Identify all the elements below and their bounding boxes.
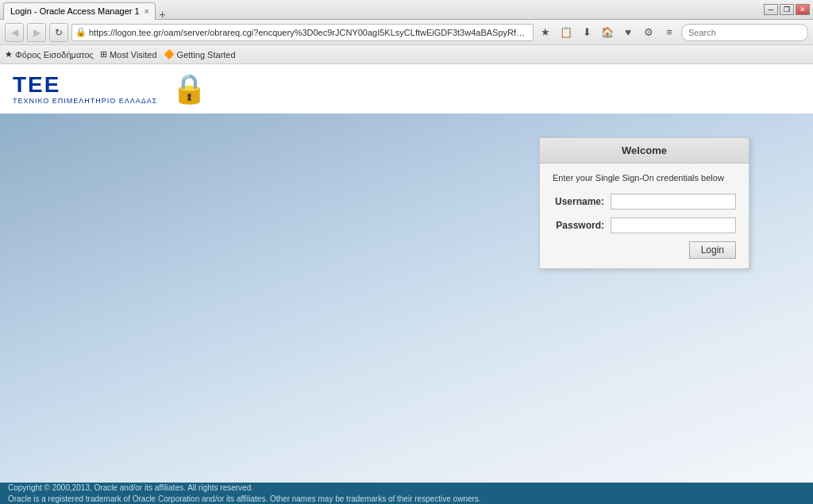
login-button[interactable]: Login [689,241,736,259]
login-box-body: Enter your Single Sign-On credentials be… [540,164,749,268]
minimize-btn[interactable]: ─ [764,4,778,15]
logo-tee: TEE ΤΕΧΝΙΚΟ ΕΠΙΜΕΛΗΤΗΡΙΟ ΕΛΛΑΔΑΣ [13,74,157,105]
bookmark-most-visited[interactable]: ⊞ Most Visited [100,49,157,60]
star-btn[interactable]: ★ [537,24,554,41]
page-header: TEE ΤΕΧΝΙΚΟ ΕΠΙΜΕΛΗΤΗΡΙΟ ΕΛΛΑΔΑΣ 🔒 [0,64,813,113]
password-row: Password: [553,217,736,233]
logo-text: TEE [13,74,157,96]
bookmark-foros-label: Φόρος Εισοδήματος [15,50,94,60]
url-bar[interactable]: 🔒 https://logon.tee.gr/oam/server/obrare… [71,24,534,41]
bookmarks-bar: ★ Φόρος Εισοδήματος ⊞ Most Visited 🔶 Get… [0,45,813,64]
window-controls: ─ ❐ ✕ [764,4,810,15]
foros-icon: ★ [5,49,13,60]
username-input[interactable] [611,194,736,210]
title-bar: Login - Oracle Access Manager 1 × + ─ ❐ … [0,0,813,20]
bookmark-most-visited-label: Most Visited [110,50,157,60]
new-tab-btn[interactable]: + [159,9,165,20]
bookmark-getting-started-label: Getting Started [177,50,236,60]
back-btn[interactable]: ◀ [5,23,24,42]
password-input[interactable] [611,217,736,233]
logo-subtitle: ΤΕΧΝΙΚΟ ΕΠΙΜΕΛΗΤΗΡΙΟ ΕΛΛΑΔΑΣ [13,97,157,105]
username-row: Username: [553,194,736,210]
search-input[interactable] [681,24,808,41]
settings-btn[interactable]: ⚙ [640,24,657,41]
main-area: Welcome Enter your Single Sign-On creden… [0,113,813,483]
home-btn[interactable]: 🏠 [599,24,616,41]
page-footer: Copyright © 2000,2013, Oracle and/or its… [0,483,813,504]
tab-bar: Login - Oracle Access Manager 1 × + [3,0,764,20]
download-btn[interactable]: ⬇ [578,24,595,41]
active-tab[interactable]: Login - Oracle Access Manager 1 × [3,2,156,20]
login-box-title: Welcome [540,138,749,164]
lock-icon: 🔒 [75,27,87,37]
bookmark-getting-started[interactable]: 🔶 Getting Started [164,49,236,60]
footer-line1: Copyright © 2000,2013, Oracle and/or its… [8,483,805,494]
login-btn-row: Login [553,241,736,259]
tab-title: Login - Oracle Access Manager 1 [10,6,140,16]
footer-line2: Oracle is a registered trademark of Orac… [8,494,805,505]
most-visited-icon: ⊞ [100,49,107,60]
password-label: Password: [553,220,611,231]
menu-btn[interactable]: ≡ [661,24,678,41]
url-text: https://logon.tee.gr/oam/server/obrareq.… [89,28,530,37]
username-label: Username: [553,196,611,207]
lock-logo-icon: 🔒 [171,72,207,106]
getting-started-icon: 🔶 [164,49,175,60]
refresh-btn[interactable]: ↻ [49,23,68,42]
forward-btn[interactable]: ▶ [27,23,46,42]
close-btn[interactable]: ✕ [796,4,810,15]
page-content: TEE ΤΕΧΝΙΚΟ ΕΠΙΜΕΛΗΤΗΡΙΟ ΕΛΛΑΔΑΣ 🔒 Welco… [0,64,813,483]
login-box: Welcome Enter your Single Sign-On creden… [539,137,749,269]
restore-btn[interactable]: ❐ [780,4,794,15]
tab-close-btn[interactable]: × [144,7,149,16]
nav-bar: ◀ ▶ ↻ 🔒 https://logon.tee.gr/oam/server/… [0,20,813,45]
pocket-btn[interactable]: ♥ [619,24,637,41]
login-description: Enter your Single Sign-On credentials be… [553,173,736,183]
bookmark-list-btn[interactable]: 📋 [557,24,575,41]
bookmark-foros[interactable]: ★ Φόρος Εισοδήματος [5,49,94,60]
